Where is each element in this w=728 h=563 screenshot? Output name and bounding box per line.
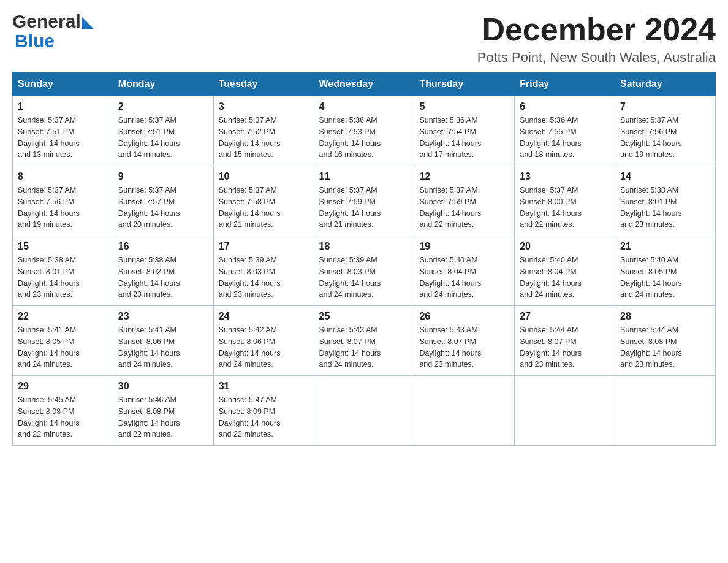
col-thursday: Thursday xyxy=(414,72,515,96)
calendar-cell: 14Sunrise: 5:38 AMSunset: 8:01 PMDayligh… xyxy=(615,166,716,236)
day-info: Sunrise: 5:44 AMSunset: 8:08 PMDaylight:… xyxy=(620,324,710,370)
day-number: 19 xyxy=(419,241,509,252)
day-number: 6 xyxy=(520,101,610,112)
logo: General Blue xyxy=(12,12,94,52)
day-info: Sunrise: 5:46 AMSunset: 8:08 PMDaylight:… xyxy=(118,394,208,440)
day-number: 18 xyxy=(319,241,409,252)
logo-triangle-icon xyxy=(82,17,94,29)
calendar-cell: 13Sunrise: 5:37 AMSunset: 8:00 PMDayligh… xyxy=(515,166,615,236)
calendar-cell xyxy=(314,376,414,446)
calendar-week-row: 29Sunrise: 5:45 AMSunset: 8:08 PMDayligh… xyxy=(13,376,716,446)
calendar-cell: 4Sunrise: 5:36 AMSunset: 7:53 PMDaylight… xyxy=(314,96,414,166)
calendar-week-row: 8Sunrise: 5:37 AMSunset: 7:56 PMDaylight… xyxy=(13,166,716,236)
calendar-cell: 26Sunrise: 5:43 AMSunset: 8:07 PMDayligh… xyxy=(414,306,515,376)
day-info: Sunrise: 5:42 AMSunset: 8:06 PMDaylight:… xyxy=(219,324,309,370)
month-title: December 2024 xyxy=(477,12,716,47)
calendar-cell: 9Sunrise: 5:37 AMSunset: 7:57 PMDaylight… xyxy=(113,166,213,236)
calendar-cell: 24Sunrise: 5:42 AMSunset: 8:06 PMDayligh… xyxy=(213,306,314,376)
calendar-body: 1Sunrise: 5:37 AMSunset: 7:51 PMDaylight… xyxy=(13,96,716,446)
day-info: Sunrise: 5:36 AMSunset: 7:53 PMDaylight:… xyxy=(319,115,409,161)
col-wednesday: Wednesday xyxy=(314,72,414,96)
calendar-cell: 7Sunrise: 5:37 AMSunset: 7:56 PMDaylight… xyxy=(615,96,716,166)
calendar-week-row: 15Sunrise: 5:38 AMSunset: 8:01 PMDayligh… xyxy=(13,236,716,306)
calendar-cell: 11Sunrise: 5:37 AMSunset: 7:59 PMDayligh… xyxy=(314,166,414,236)
day-number: 9 xyxy=(118,171,208,182)
calendar-cell: 27Sunrise: 5:44 AMSunset: 8:07 PMDayligh… xyxy=(515,306,615,376)
calendar-cell: 28Sunrise: 5:44 AMSunset: 8:08 PMDayligh… xyxy=(615,306,716,376)
day-number: 27 xyxy=(520,311,610,322)
day-number: 23 xyxy=(118,311,208,322)
day-info: Sunrise: 5:37 AMSunset: 7:56 PMDaylight:… xyxy=(18,185,108,231)
day-info: Sunrise: 5:37 AMSunset: 7:59 PMDaylight:… xyxy=(319,185,409,231)
day-number: 4 xyxy=(319,101,409,112)
location-subtitle: Potts Point, New South Wales, Australia xyxy=(477,50,716,66)
calendar-cell: 17Sunrise: 5:39 AMSunset: 8:03 PMDayligh… xyxy=(213,236,314,306)
calendar-cell: 6Sunrise: 5:36 AMSunset: 7:55 PMDaylight… xyxy=(515,96,615,166)
calendar-cell: 30Sunrise: 5:46 AMSunset: 8:08 PMDayligh… xyxy=(113,376,213,446)
col-saturday: Saturday xyxy=(615,72,716,96)
day-number: 24 xyxy=(219,311,309,322)
logo-general-text: General xyxy=(12,12,81,31)
day-number: 3 xyxy=(219,101,309,112)
day-info: Sunrise: 5:44 AMSunset: 8:07 PMDaylight:… xyxy=(520,324,610,370)
day-info: Sunrise: 5:37 AMSunset: 7:56 PMDaylight:… xyxy=(620,115,710,161)
calendar-cell: 20Sunrise: 5:40 AMSunset: 8:04 PMDayligh… xyxy=(515,236,615,306)
day-info: Sunrise: 5:38 AMSunset: 8:02 PMDaylight:… xyxy=(118,255,208,301)
calendar-cell: 1Sunrise: 5:37 AMSunset: 7:51 PMDaylight… xyxy=(13,96,113,166)
day-number: 7 xyxy=(620,101,710,112)
day-number: 2 xyxy=(118,101,208,112)
day-number: 29 xyxy=(18,381,108,392)
calendar-cell: 10Sunrise: 5:37 AMSunset: 7:58 PMDayligh… xyxy=(213,166,314,236)
day-number: 31 xyxy=(219,381,309,392)
day-number: 12 xyxy=(419,171,509,182)
day-number: 17 xyxy=(219,241,309,252)
calendar-cell: 31Sunrise: 5:47 AMSunset: 8:09 PMDayligh… xyxy=(213,376,314,446)
day-number: 25 xyxy=(319,311,409,322)
day-info: Sunrise: 5:37 AMSunset: 7:58 PMDaylight:… xyxy=(219,185,309,231)
calendar-cell: 15Sunrise: 5:38 AMSunset: 8:01 PMDayligh… xyxy=(13,236,113,306)
day-info: Sunrise: 5:37 AMSunset: 7:51 PMDaylight:… xyxy=(118,115,208,161)
day-info: Sunrise: 5:39 AMSunset: 8:03 PMDaylight:… xyxy=(319,255,409,301)
day-info: Sunrise: 5:39 AMSunset: 8:03 PMDaylight:… xyxy=(219,255,309,301)
col-friday: Friday xyxy=(515,72,615,96)
day-info: Sunrise: 5:37 AMSunset: 8:00 PMDaylight:… xyxy=(520,185,610,231)
col-tuesday: Tuesday xyxy=(213,72,314,96)
day-info: Sunrise: 5:40 AMSunset: 8:04 PMDaylight:… xyxy=(520,255,610,301)
day-number: 11 xyxy=(319,171,409,182)
calendar-cell: 5Sunrise: 5:36 AMSunset: 7:54 PMDaylight… xyxy=(414,96,515,166)
calendar-cell: 2Sunrise: 5:37 AMSunset: 7:51 PMDaylight… xyxy=(113,96,213,166)
day-number: 15 xyxy=(18,241,108,252)
col-sunday: Sunday xyxy=(13,72,113,96)
day-info: Sunrise: 5:45 AMSunset: 8:08 PMDaylight:… xyxy=(18,394,108,440)
page-header: General Blue December 2024 Potts Point, … xyxy=(12,12,716,66)
calendar-cell: 23Sunrise: 5:41 AMSunset: 8:06 PMDayligh… xyxy=(113,306,213,376)
calendar-cell xyxy=(515,376,615,446)
day-number: 16 xyxy=(118,241,208,252)
calendar-cell xyxy=(615,376,716,446)
calendar-cell: 22Sunrise: 5:41 AMSunset: 8:05 PMDayligh… xyxy=(13,306,113,376)
calendar-cell: 3Sunrise: 5:37 AMSunset: 7:52 PMDaylight… xyxy=(213,96,314,166)
day-info: Sunrise: 5:43 AMSunset: 8:07 PMDaylight:… xyxy=(419,324,509,370)
day-info: Sunrise: 5:37 AMSunset: 7:52 PMDaylight:… xyxy=(219,115,309,161)
day-number: 13 xyxy=(520,171,610,182)
day-info: Sunrise: 5:40 AMSunset: 8:04 PMDaylight:… xyxy=(419,255,509,301)
calendar-week-row: 1Sunrise: 5:37 AMSunset: 7:51 PMDaylight… xyxy=(13,96,716,166)
day-info: Sunrise: 5:40 AMSunset: 8:05 PMDaylight:… xyxy=(620,255,710,301)
calendar-cell: 29Sunrise: 5:45 AMSunset: 8:08 PMDayligh… xyxy=(13,376,113,446)
day-number: 20 xyxy=(520,241,610,252)
calendar-cell: 21Sunrise: 5:40 AMSunset: 8:05 PMDayligh… xyxy=(615,236,716,306)
calendar-cell: 25Sunrise: 5:43 AMSunset: 8:07 PMDayligh… xyxy=(314,306,414,376)
day-number: 21 xyxy=(620,241,710,252)
logo-blue-text: Blue xyxy=(15,31,55,51)
title-area: December 2024 Potts Point, New South Wal… xyxy=(477,12,716,66)
day-number: 30 xyxy=(118,381,208,392)
calendar-cell: 18Sunrise: 5:39 AMSunset: 8:03 PMDayligh… xyxy=(314,236,414,306)
day-info: Sunrise: 5:37 AMSunset: 7:57 PMDaylight:… xyxy=(118,185,208,231)
day-number: 10 xyxy=(219,171,309,182)
calendar-cell: 19Sunrise: 5:40 AMSunset: 8:04 PMDayligh… xyxy=(414,236,515,306)
day-number: 5 xyxy=(419,101,509,112)
calendar-cell: 16Sunrise: 5:38 AMSunset: 8:02 PMDayligh… xyxy=(113,236,213,306)
day-number: 14 xyxy=(620,171,710,182)
day-info: Sunrise: 5:38 AMSunset: 8:01 PMDaylight:… xyxy=(18,255,108,301)
day-info: Sunrise: 5:36 AMSunset: 7:54 PMDaylight:… xyxy=(419,115,509,161)
